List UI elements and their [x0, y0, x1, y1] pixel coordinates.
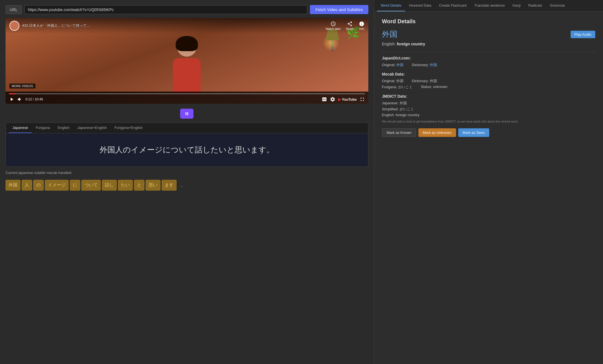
mecab-status: Status: unknown [421, 85, 447, 90]
subtitle-content: 外国人のイメージについて話したいと思います。 [6, 133, 368, 167]
video-title: 432 日本人が「外国人」について持って... [22, 23, 325, 28]
token-punct: 。 [178, 180, 188, 191]
token-gaigoku[interactable]: 外国 [6, 180, 20, 191]
token-hanashi[interactable]: 話し [102, 180, 117, 191]
play-button[interactable] [9, 97, 14, 102]
tab-word-details[interactable]: Word Details [377, 0, 405, 11]
action-buttons: Mark as Known Mark as Unknown Mark as Se… [382, 128, 595, 137]
mecab-section: Mecab Data: Original: 外国 Dictionary: 外国 … [382, 72, 595, 90]
token-image[interactable]: イメージ [45, 180, 69, 191]
jmdict-japanese: Japanese: 外国 [382, 101, 407, 106]
time-display: 0:12 / 10:46 [25, 97, 43, 101]
tab-furigana-english[interactable]: Furigana+English [111, 123, 147, 133]
tab-furigana[interactable]: Furigana [32, 123, 54, 133]
token-ni[interactable]: に [70, 180, 80, 191]
english-meaning: English: foreign country [382, 42, 595, 46]
word-japanese-text: 外国 [382, 29, 397, 40]
tab-grammar[interactable]: Grammar [546, 0, 569, 11]
token-jin[interactable]: 人 [22, 180, 32, 191]
mecab-title: Mecab Data: [382, 72, 595, 76]
english-value: foreign country [397, 42, 425, 46]
mecab-tokens: 外国 人 の イメージ に ついて 話し たい と 思い ます 。 [6, 180, 368, 191]
subtitle-section: Japanese Furigana English Japanese+Engli… [6, 123, 368, 167]
tab-japanese[interactable]: Japanese [9, 123, 32, 133]
token-to[interactable]: と [134, 180, 144, 191]
captions-button[interactable] [322, 97, 327, 102]
token-masu[interactable]: ます [162, 180, 177, 191]
mecab-original-row: Original: 外国 Dictionary: 外国 [382, 79, 595, 84]
tab-english[interactable]: English [54, 123, 74, 133]
pause-button[interactable] [180, 109, 193, 119]
settings-button[interactable] [330, 97, 335, 102]
jmdict-japanese-val: 外国 [400, 101, 407, 105]
controls-row: 0:12 / 10:46 ▶ YouTube [9, 97, 365, 102]
subtitle-tabs: Japanese Furigana English Japanese+Engli… [6, 123, 368, 133]
url-bar: URL Fetch Video and Subtitles [6, 5, 368, 14]
jmdict-simplified: Simplified: がいこく [382, 107, 414, 112]
mecab-status: Current japanese subtitle mecab handled: [6, 171, 368, 175]
info-label: Info [359, 27, 364, 30]
watch-later-label: Watch later [325, 27, 341, 30]
divider-1 [382, 52, 595, 52]
word-japanese-row: 外国 Play Audio [382, 29, 595, 40]
mark-seen-button[interactable]: Mark as Seen [458, 128, 489, 137]
volume-button[interactable] [17, 97, 23, 102]
url-label: URL [6, 5, 22, 14]
url-input[interactable] [24, 5, 307, 14]
japandict-original-row: Original: 外国 Dictionary: 外国 [382, 63, 595, 67]
svg-point-0 [14, 24, 15, 26]
english-label: English: [382, 42, 396, 46]
token-tsuite[interactable]: ついて [81, 180, 101, 191]
progress-bar-fill [9, 93, 16, 94]
video-player: 🌿 [6, 18, 368, 104]
fetch-button[interactable]: Fetch Video and Subtitles [310, 5, 368, 14]
more-videos-badge[interactable]: MORE VIDEOS [9, 84, 35, 89]
tab-translate-sentence[interactable]: Translate sentence [470, 0, 509, 11]
video-top-icons: Watch later Share Info [325, 21, 364, 30]
mecab-furigana: Furigana: がいこく [382, 85, 413, 90]
jmdict-simplified-val: がいこく [400, 107, 414, 111]
japandict-dictionary-label: Dictionary: 外国 [412, 63, 437, 67]
share-label: Share [346, 27, 354, 30]
mark-unknown-button[interactable]: Mark as Unknown [418, 128, 456, 137]
share-button[interactable]: Share [346, 21, 354, 30]
jmdict-english-val: foreign country [396, 113, 420, 117]
mecab-furigana-val: がいこく [398, 85, 413, 89]
jmdict-simplified-row: Simplified: がいこく [382, 107, 595, 112]
mecab-dictionary-val: 外国 [430, 79, 437, 83]
token-omoi[interactable]: 思い [146, 180, 161, 191]
video-top-overlay: 432 日本人が「外国人」について持って... Watch later Shar… [6, 18, 368, 33]
japandict-dictionary-link[interactable]: 外国 [430, 63, 437, 67]
video-controls: 0:12 / 10:46 ▶ YouTube [6, 92, 368, 104]
tab-create-flashcard[interactable]: Create Flashcard [435, 0, 470, 11]
tab-kanji[interactable]: Kanji [509, 0, 524, 11]
mecab-status-val: unknown [433, 85, 447, 89]
word-detail-tabs: Word Details Hovered Data Create Flashca… [374, 0, 603, 12]
right-panel: Word Details Hovered Data Create Flashca… [374, 0, 603, 364]
token-tai[interactable]: たい [118, 180, 133, 191]
word-details-content: Word Details 外国 Play Audio English: fore… [374, 12, 603, 364]
pause-btn-container [6, 109, 368, 119]
svg-point-1 [13, 27, 16, 28]
japandict-original-link[interactable]: 外国 [396, 63, 403, 67]
mark-known-button[interactable]: Mark as Known [382, 128, 416, 137]
fullscreen-button[interactable] [359, 97, 365, 102]
token-no[interactable]: の [33, 180, 44, 191]
japandict-original-label: Original: 外国 [382, 63, 403, 67]
info-button[interactable]: Info [359, 21, 364, 30]
progress-bar-track[interactable] [9, 93, 365, 94]
watch-later-button[interactable]: Watch later [325, 21, 341, 30]
video-frame: 🌿 [6, 18, 368, 104]
jmdict-note: We should add a hook to get translations… [382, 119, 595, 124]
subtitle-text: 外国人のイメージについて話したいと思います。 [100, 144, 274, 156]
tab-japanese-english[interactable]: Japanese+English [73, 123, 111, 133]
play-audio-button[interactable]: Play Audio [571, 31, 595, 38]
jmdict-section: JMDICT Data: Japanese: 外国 Simplified: がい… [382, 94, 595, 124]
youtube-logo: ▶ YouTube [338, 97, 357, 102]
avatar [9, 21, 19, 31]
tab-radicals[interactable]: Radicals [524, 0, 546, 11]
jmdict-japanese-row: Japanese: 外国 [382, 101, 595, 106]
japandict-title: JapanDict.com: [382, 56, 595, 60]
jmdict-english: English: foreign country [382, 113, 420, 117]
tab-hovered-data[interactable]: Hovered Data [405, 0, 435, 11]
